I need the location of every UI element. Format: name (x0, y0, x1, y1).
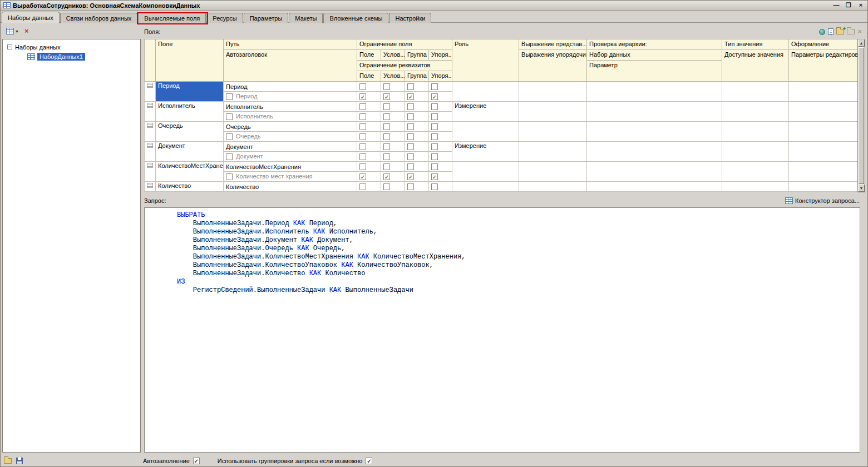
autotitle-cell[interactable]: Период (224, 92, 357, 102)
field-presentation-cell[interactable] (519, 122, 587, 142)
refresh-fields-button[interactable] (819, 29, 825, 35)
field-name-cell[interactable]: Исполнитель (156, 102, 224, 122)
field-path-cell[interactable]: КоличествоМестХранения (224, 162, 357, 172)
attr-restriction-checkbox[interactable] (407, 133, 414, 140)
autotitle-cell[interactable]: Документ (224, 152, 357, 162)
field-hierarchy-cell[interactable] (587, 82, 722, 102)
row-handle[interactable] (145, 182, 156, 192)
field-presentation-cell[interactable] (519, 102, 587, 122)
field-restriction-checkbox[interactable] (383, 163, 390, 170)
field-restriction-checkbox[interactable] (359, 163, 366, 170)
tab-связи-наборов-данных[interactable]: Связи наборов данных (60, 13, 138, 23)
attr-restriction-checkbox[interactable]: ✓ (359, 173, 366, 180)
field-restriction-checkbox[interactable] (407, 103, 414, 110)
add-folder-button[interactable] (836, 29, 844, 34)
field-restriction-checkbox[interactable] (407, 143, 414, 150)
folder-button[interactable] (847, 29, 855, 34)
grouping-checkbox[interactable]: ✓ (366, 458, 372, 464)
tab-параметры[interactable]: Параметры (244, 13, 289, 23)
add-dataset-button[interactable]: ▼ (6, 28, 19, 34)
fields-scrollbar[interactable]: ▲ ▼ (857, 39, 865, 192)
attr-restriction-checkbox[interactable]: ✓ (407, 173, 414, 180)
attr-restriction-checkbox[interactable] (359, 113, 366, 120)
scroll-down-icon[interactable]: ▼ (858, 185, 865, 192)
query-text[interactable]: ВЫБРАТЬ ВыполненныеЗадачи.Период КАК Пер… (145, 208, 860, 295)
save-settings-button[interactable] (16, 458, 23, 464)
title-bar[interactable]: ВыработкаСотрудников: ОсновнаяСхемаКомпо… (1, 1, 867, 11)
query-editor[interactable]: ВЫБРАТЬ ВыполненныеЗадачи.Период КАК Пер… (144, 207, 860, 453)
autotitle-checkbox[interactable] (226, 93, 233, 100)
autofill-checkbox[interactable]: ✓ (193, 458, 200, 464)
field-role-cell[interactable]: Измерение (452, 102, 519, 122)
field-restriction-checkbox[interactable] (359, 103, 366, 110)
field-value-type-cell[interactable] (722, 162, 789, 182)
field-value-type-cell[interactable] (722, 182, 789, 192)
field-hierarchy-cell[interactable] (587, 142, 722, 162)
row-handle[interactable] (145, 162, 156, 182)
field-appearance-cell[interactable] (789, 162, 858, 182)
field-appearance-cell[interactable] (789, 122, 858, 142)
field-restriction-checkbox[interactable] (431, 183, 438, 190)
field-restriction-checkbox[interactable] (407, 83, 414, 90)
field-role-cell[interactable] (452, 82, 519, 102)
attr-restriction-checkbox[interactable] (383, 133, 390, 140)
field-hierarchy-cell[interactable] (587, 102, 722, 122)
field-restriction-checkbox[interactable] (431, 163, 438, 170)
scroll-up-icon[interactable]: ▲ (858, 39, 865, 47)
close-button-icon[interactable]: × (857, 2, 865, 9)
tree-item-label[interactable]: НаборДанных1 (37, 53, 85, 61)
field-path-cell[interactable]: Количество (224, 182, 357, 192)
autotitle-checkbox[interactable] (226, 113, 233, 120)
restore-button-icon[interactable]: ❐ (845, 2, 852, 9)
field-restriction-checkbox[interactable] (359, 83, 366, 90)
field-appearance-cell[interactable] (789, 102, 858, 122)
minimize-button-icon[interactable]: — (832, 2, 840, 9)
field-name-cell[interactable]: Очередь (156, 122, 224, 142)
autotitle-checkbox[interactable] (226, 133, 233, 140)
scrollbar-thumb[interactable] (859, 47, 864, 184)
field-name-cell[interactable]: Количество (156, 182, 224, 192)
field-restriction-checkbox[interactable] (407, 123, 414, 130)
tab-настройки[interactable]: Настройки (389, 13, 431, 23)
tree-expander-icon[interactable]: − (7, 44, 12, 49)
field-path-cell[interactable]: Период (224, 82, 357, 92)
query-constructor-button[interactable]: Конструктор запроса... (785, 197, 865, 204)
field-name-cell[interactable]: Период (156, 82, 224, 102)
tree-root-label[interactable]: Наборы данных (15, 44, 61, 51)
field-presentation-cell[interactable] (519, 142, 587, 162)
field-hierarchy-cell[interactable] (587, 162, 722, 182)
field-role-cell[interactable] (452, 122, 519, 142)
field-presentation-cell[interactable] (519, 182, 587, 192)
attr-restriction-checkbox[interactable] (383, 153, 390, 160)
tree-root-row[interactable]: − Наборы данных (3, 42, 140, 52)
row-handle[interactable] (145, 82, 156, 102)
field-role-cell[interactable] (452, 162, 519, 182)
field-restriction-checkbox[interactable] (431, 83, 438, 90)
attr-restriction-checkbox[interactable]: ✓ (431, 173, 438, 180)
field-restriction-checkbox[interactable] (407, 163, 414, 170)
field-restriction-checkbox[interactable] (431, 123, 438, 130)
delete-dataset-button[interactable]: × (24, 28, 29, 34)
attr-restriction-checkbox[interactable]: ✓ (383, 93, 390, 100)
attr-restriction-checkbox[interactable] (431, 153, 438, 160)
field-appearance-cell[interactable] (789, 82, 858, 102)
row-handle[interactable] (145, 102, 156, 122)
field-restriction-checkbox[interactable] (383, 183, 390, 190)
autotitle-cell[interactable]: Очередь (224, 132, 357, 142)
attr-restriction-checkbox[interactable] (431, 113, 438, 120)
field-restriction-checkbox[interactable] (431, 143, 438, 150)
dataset-tree[interactable]: − Наборы данных НаборДанных1 (2, 39, 141, 453)
tab-вложенные-схемы[interactable]: Вложенные схемы (323, 13, 388, 23)
field-path-cell[interactable]: Исполнитель (224, 102, 357, 112)
field-role-cell[interactable] (452, 182, 519, 192)
row-handle[interactable] (145, 142, 156, 162)
attr-restriction-checkbox[interactable] (359, 133, 366, 140)
field-hierarchy-cell[interactable] (587, 182, 722, 192)
field-path-cell[interactable]: Документ (224, 142, 357, 152)
field-restriction-checkbox[interactable] (431, 103, 438, 110)
attr-restriction-checkbox[interactable]: ✓ (359, 93, 366, 100)
attr-restriction-checkbox[interactable]: ✓ (431, 93, 438, 100)
field-restriction-checkbox[interactable] (383, 83, 390, 90)
field-restriction-checkbox[interactable] (359, 183, 366, 190)
field-value-type-cell[interactable] (722, 142, 789, 162)
